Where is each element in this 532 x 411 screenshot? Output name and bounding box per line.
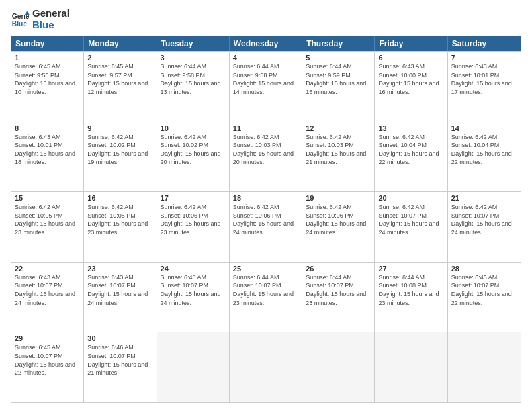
cal-cell: 4 Sunrise: 6:44 AM Sunset: 9:58 PM Dayli… [230, 52, 302, 122]
cal-cell: 28 Sunrise: 6:45 AM Sunset: 10:07 PM Day… [448, 263, 521, 332]
cal-cell: 25 Sunrise: 6:44 AM Sunset: 10:07 PM Day… [230, 263, 302, 332]
week-row-1: 8 Sunrise: 6:43 AM Sunset: 10:01 PM Dayl… [11, 122, 521, 192]
day-info: Sunrise: 6:42 AM Sunset: 10:03 PM Daylig… [233, 133, 298, 167]
day-number: 2 [87, 54, 152, 62]
cal-cell: 3 Sunrise: 6:44 AM Sunset: 9:58 PM Dayli… [157, 52, 230, 122]
col-monday: Monday [84, 36, 157, 51]
cal-cell: 30 Sunrise: 6:46 AM Sunset: 10:07 PM Day… [84, 332, 157, 402]
cal-cell: 15 Sunrise: 6:42 AM Sunset: 10:05 PM Day… [11, 192, 84, 262]
day-number: 27 [378, 265, 443, 273]
cal-cell: 29 Sunrise: 6:45 AM Sunset: 10:07 PM Day… [11, 332, 84, 402]
cal-cell: 24 Sunrise: 6:43 AM Sunset: 10:07 PM Day… [157, 263, 230, 332]
day-info: Sunrise: 6:42 AM Sunset: 10:03 PM Daylig… [306, 133, 371, 167]
cal-cell: 5 Sunrise: 6:44 AM Sunset: 9:59 PM Dayli… [302, 52, 375, 122]
cal-cell: 10 Sunrise: 6:42 AM Sunset: 10:02 PM Day… [157, 122, 230, 192]
header: General Blue General Blue [11, 8, 521, 30]
day-number: 18 [233, 194, 298, 202]
day-info: Sunrise: 6:42 AM Sunset: 10:04 PM Daylig… [378, 133, 443, 167]
cal-cell: 13 Sunrise: 6:42 AM Sunset: 10:04 PM Day… [375, 122, 447, 192]
cal-cell [302, 332, 375, 402]
day-number: 19 [306, 194, 371, 202]
day-info: Sunrise: 6:46 AM Sunset: 10:07 PM Daylig… [87, 343, 152, 377]
day-info: Sunrise: 6:42 AM Sunset: 10:06 PM Daylig… [233, 203, 298, 236]
day-number: 22 [15, 265, 80, 273]
day-info: Sunrise: 6:43 AM Sunset: 10:07 PM Daylig… [15, 273, 80, 307]
cal-cell: 19 Sunrise: 6:42 AM Sunset: 10:06 PM Day… [302, 192, 375, 262]
day-number: 29 [15, 334, 80, 342]
day-info: Sunrise: 6:42 AM Sunset: 10:07 PM Daylig… [451, 203, 517, 236]
week-row-4: 29 Sunrise: 6:45 AM Sunset: 10:07 PM Day… [11, 332, 521, 402]
day-info: Sunrise: 6:42 AM Sunset: 10:05 PM Daylig… [87, 203, 152, 236]
col-tuesday: Tuesday [157, 36, 230, 51]
day-info: Sunrise: 6:42 AM Sunset: 10:04 PM Daylig… [451, 133, 517, 167]
cal-cell: 23 Sunrise: 6:43 AM Sunset: 10:07 PM Day… [84, 263, 157, 332]
cal-cell [375, 332, 447, 402]
day-info: Sunrise: 6:44 AM Sunset: 9:58 PM Dayligh… [233, 62, 298, 96]
cal-cell: 26 Sunrise: 6:44 AM Sunset: 10:07 PM Day… [302, 263, 375, 332]
svg-text:Blue: Blue [12, 20, 28, 28]
day-number: 17 [161, 194, 226, 202]
day-info: Sunrise: 6:44 AM Sunset: 9:58 PM Dayligh… [161, 62, 226, 96]
week-row-0: 1 Sunrise: 6:45 AM Sunset: 9:56 PM Dayli… [11, 51, 521, 122]
day-info: Sunrise: 6:42 AM Sunset: 10:06 PM Daylig… [306, 203, 371, 236]
day-info: Sunrise: 6:43 AM Sunset: 10:07 PM Daylig… [161, 273, 226, 307]
day-number: 26 [306, 265, 371, 273]
cal-cell: 17 Sunrise: 6:42 AM Sunset: 10:06 PM Day… [157, 192, 230, 262]
day-info: Sunrise: 6:45 AM Sunset: 9:57 PM Dayligh… [87, 62, 152, 96]
day-number: 8 [15, 124, 80, 132]
day-info: Sunrise: 6:45 AM Sunset: 10:07 PM Daylig… [15, 343, 80, 377]
day-number: 11 [233, 124, 298, 132]
col-friday: Friday [375, 36, 447, 51]
calendar-body: 1 Sunrise: 6:45 AM Sunset: 9:56 PM Dayli… [11, 51, 521, 402]
day-info: Sunrise: 6:42 AM Sunset: 10:07 PM Daylig… [378, 203, 443, 236]
day-number: 24 [161, 265, 226, 273]
day-number: 12 [306, 124, 371, 132]
day-number: 9 [87, 124, 152, 132]
calendar-header: Sunday Monday Tuesday Wednesday Thursday… [11, 36, 521, 51]
cal-cell: 7 Sunrise: 6:43 AM Sunset: 10:01 PM Dayl… [448, 52, 521, 122]
cal-cell: 21 Sunrise: 6:42 AM Sunset: 10:07 PM Day… [448, 192, 521, 262]
week-row-3: 22 Sunrise: 6:43 AM Sunset: 10:07 PM Day… [11, 262, 521, 332]
cal-cell: 18 Sunrise: 6:42 AM Sunset: 10:06 PM Day… [230, 192, 302, 262]
page: General Blue General Blue Sunday Monday … [0, 0, 532, 411]
logo: General Blue General Blue [11, 8, 70, 30]
day-number: 5 [306, 54, 371, 62]
day-number: 30 [87, 334, 152, 342]
logo-icon: General Blue [11, 10, 30, 29]
day-info: Sunrise: 6:42 AM Sunset: 10:06 PM Daylig… [161, 203, 226, 236]
cal-cell [448, 332, 521, 402]
day-info: Sunrise: 6:44 AM Sunset: 9:59 PM Dayligh… [306, 62, 371, 96]
cal-cell: 20 Sunrise: 6:42 AM Sunset: 10:07 PM Day… [375, 192, 447, 262]
cal-cell: 1 Sunrise: 6:45 AM Sunset: 9:56 PM Dayli… [11, 52, 84, 122]
cal-cell [157, 332, 230, 402]
day-number: 10 [161, 124, 226, 132]
col-wednesday: Wednesday [230, 36, 302, 51]
cal-cell: 2 Sunrise: 6:45 AM Sunset: 9:57 PM Dayli… [84, 52, 157, 122]
day-number: 1 [15, 54, 80, 62]
day-number: 16 [87, 194, 152, 202]
day-info: Sunrise: 6:44 AM Sunset: 10:07 PM Daylig… [233, 273, 298, 307]
cal-cell: 22 Sunrise: 6:43 AM Sunset: 10:07 PM Day… [11, 263, 84, 332]
day-number: 7 [451, 54, 517, 62]
day-info: Sunrise: 6:43 AM Sunset: 10:00 PM Daylig… [378, 62, 443, 96]
col-thursday: Thursday [302, 36, 375, 51]
cal-cell [230, 332, 302, 402]
day-number: 23 [87, 265, 152, 273]
cal-cell: 8 Sunrise: 6:43 AM Sunset: 10:01 PM Dayl… [11, 122, 84, 192]
day-info: Sunrise: 6:44 AM Sunset: 10:07 PM Daylig… [306, 273, 371, 307]
calendar: Sunday Monday Tuesday Wednesday Thursday… [11, 36, 521, 403]
day-info: Sunrise: 6:45 AM Sunset: 10:07 PM Daylig… [451, 273, 517, 307]
week-row-2: 15 Sunrise: 6:42 AM Sunset: 10:05 PM Day… [11, 191, 521, 262]
day-number: 15 [15, 194, 80, 202]
day-number: 6 [378, 54, 443, 62]
day-info: Sunrise: 6:43 AM Sunset: 10:01 PM Daylig… [15, 133, 80, 167]
day-info: Sunrise: 6:42 AM Sunset: 10:02 PM Daylig… [161, 133, 226, 167]
day-info: Sunrise: 6:43 AM Sunset: 10:07 PM Daylig… [87, 273, 152, 307]
day-info: Sunrise: 6:42 AM Sunset: 10:02 PM Daylig… [87, 133, 152, 167]
cal-cell: 14 Sunrise: 6:42 AM Sunset: 10:04 PM Day… [448, 122, 521, 192]
cal-cell: 16 Sunrise: 6:42 AM Sunset: 10:05 PM Day… [84, 192, 157, 262]
col-sunday: Sunday [11, 36, 84, 51]
day-info: Sunrise: 6:45 AM Sunset: 9:56 PM Dayligh… [15, 62, 80, 96]
day-info: Sunrise: 6:44 AM Sunset: 10:08 PM Daylig… [378, 273, 443, 307]
day-number: 4 [233, 54, 298, 62]
